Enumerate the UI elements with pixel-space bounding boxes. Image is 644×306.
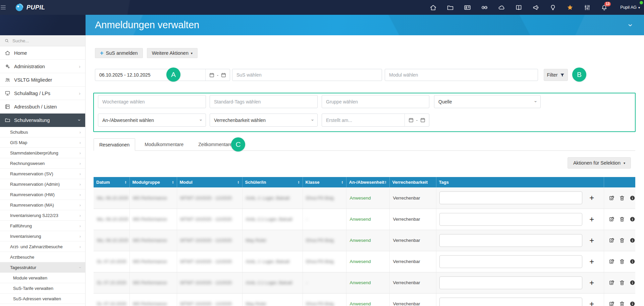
sidebar-subitem[interactable]: Schulbus› [0, 127, 85, 137]
sidebar-item-vsltg-mitglieder[interactable]: VSLTG Mitglieder [0, 73, 85, 87]
sidebar-subitem[interactable]: Raumreservation (SV)› [0, 169, 85, 179]
edit-icon[interactable] [609, 216, 615, 222]
table-row[interactable]: Di, 07.10.2025 MS Performance MTWT 10/20… [94, 293, 635, 306]
table-row[interactable]: Di, 07.10.2025 MS Performance MTWT 10/20… [94, 272, 635, 293]
table-row[interactable]: Mo, 06.10.2025 MS Performance MTWT 10/20… [94, 230, 635, 251]
search-input[interactable] [12, 38, 73, 43]
date-range-value[interactable] [95, 72, 205, 78]
info-icon[interactable] [629, 216, 635, 222]
column-header-modulgruppe[interactable]: ▲▼Modulgruppe [129, 177, 177, 187]
gruppe-input[interactable] [322, 95, 429, 108]
trash-icon[interactable] [619, 279, 625, 286]
wochentage-input[interactable] [98, 95, 206, 108]
tags-input[interactable] [439, 234, 582, 247]
sidebar-subitem[interactable]: Arztbesuche [0, 252, 85, 262]
calendar-icon[interactable] [209, 72, 215, 78]
pupil-logo[interactable]: PUPIL [15, 3, 45, 12]
cloud-icon[interactable] [498, 4, 505, 11]
column-header-klasse[interactable]: ▲▼Klasse [303, 177, 346, 187]
info-icon[interactable] [629, 237, 635, 244]
megaphone-icon[interactable] [532, 4, 539, 11]
edit-icon[interactable] [609, 258, 615, 265]
sidebar-subsubitem[interactable]: Module verwalten [0, 273, 85, 283]
calendar-icon[interactable] [420, 117, 426, 123]
sort-icon[interactable]: ▲▼ [341, 181, 343, 184]
folder-icon[interactable] [446, 4, 454, 11]
gruppe-field[interactable] [322, 99, 429, 104]
lightbulb-icon[interactable] [549, 4, 556, 11]
calendar-icon[interactable] [408, 117, 414, 123]
menu-icon[interactable] [1, 5, 6, 9]
table-row[interactable]: Mo, 06.10.2025 MS Performance MTWT 10/20… [94, 209, 635, 230]
account-menu[interactable]: Pupil AG ▾ [620, 5, 640, 10]
aktionen-selektion-button[interactable]: Aktionen für Selektion ▾ [568, 157, 631, 169]
sort-icon[interactable]: ▲▼ [237, 181, 239, 184]
column-header-modul[interactable]: ▲▼Modul [177, 177, 242, 187]
collapse-header-icon[interactable]: › [626, 24, 635, 27]
trash-icon[interactable] [619, 301, 625, 306]
standard-tags-field[interactable] [210, 99, 317, 104]
sidebar-search[interactable] [0, 35, 85, 46]
sort-icon[interactable]: ▲▼ [385, 181, 387, 184]
sidebar-subitem[interactable]: Raumreservation (HW)› [0, 189, 85, 200]
sidebar-subsubitem[interactable]: SuS-Tarife verwalten [0, 283, 85, 294]
home-icon[interactable] [429, 4, 437, 11]
verrechenbarkeit-select[interactable]: Verrechenbarkeit wählen › [210, 114, 318, 127]
tags-input[interactable] [439, 298, 582, 306]
edit-icon[interactable] [609, 237, 615, 244]
sidebar-item-adressbuch[interactable]: Adressbuch / Listen [0, 100, 85, 114]
sidebar-subitem[interactable]: Raumreservation (Admin)› [0, 179, 85, 189]
info-icon[interactable] [629, 258, 635, 265]
sidebar-subitem[interactable]: Inventarisierung SJ22/23› [0, 210, 85, 221]
sidebar-subitem[interactable]: Stammdatenüberprüfung› [0, 148, 85, 158]
sidebar-item-schulverwaltung[interactable]: Schulverwaltung › [0, 114, 85, 127]
quelle-select[interactable]: Quelle › [434, 95, 541, 108]
sidebar-subitem[interactable]: Arzt- und Zahnarztbesuche› [0, 242, 85, 252]
add-tag-button[interactable]: + [589, 193, 594, 202]
sus-input[interactable] [232, 72, 382, 78]
sliders-icon[interactable] [583, 4, 591, 11]
tags-input[interactable] [439, 255, 582, 268]
standard-tags-input[interactable] [210, 95, 318, 108]
weitere-aktionen-button[interactable]: Weitere Aktionen ▾ [147, 48, 198, 58]
edit-icon[interactable] [609, 301, 615, 306]
sus-anmelden-button[interactable]: + SuS anmelden [95, 48, 143, 58]
info-icon[interactable] [629, 195, 635, 201]
table-row[interactable]: Mo, 06.10.2025 MS Performance MTWT 10/20… [94, 187, 635, 209]
sidebar-subsubitem[interactable]: SuS-Adressen verwalten [0, 294, 85, 304]
star-icon[interactable] [566, 4, 574, 11]
info-icon[interactable] [629, 279, 635, 286]
sidebar-subitem[interactable]: GIS Map› [0, 137, 85, 148]
sidebar-subitem[interactable]: Inventarisierung› [0, 231, 85, 242]
add-tag-button[interactable]: + [589, 236, 594, 245]
sidebar-item-home[interactable]: Home [0, 46, 85, 60]
info-icon[interactable] [629, 301, 635, 306]
trash-icon[interactable] [619, 258, 625, 265]
add-tag-button[interactable]: + [589, 215, 594, 224]
trash-icon[interactable] [619, 237, 625, 244]
trash-icon[interactable] [619, 216, 625, 222]
sidebar-item-schulalltag[interactable]: Schulalltag / LPs › [0, 87, 85, 100]
tags-input[interactable] [439, 276, 582, 289]
sidebar-subitem[interactable]: Rechnungswesen› [0, 158, 85, 169]
modul-input[interactable] [385, 72, 538, 78]
sort-icon[interactable]: ▲▼ [125, 181, 127, 184]
edit-icon[interactable] [609, 195, 615, 201]
sidebar-item-administration[interactable]: Administration › [0, 60, 85, 73]
tags-input[interactable] [439, 213, 582, 226]
trash-icon[interactable] [619, 195, 625, 201]
table-row[interactable]: Di, 07.10.2025 MS Performance MTWT 10/20… [94, 251, 635, 272]
id-card-icon[interactable] [464, 4, 471, 11]
tab-reservationen[interactable]: Reservationen [94, 138, 135, 151]
filter-button[interactable]: Filter [544, 69, 568, 81]
column-header-datum[interactable]: ▲▼Datum [94, 177, 129, 187]
edit-icon[interactable] [609, 279, 615, 286]
column-header-schueler[interactable]: ▲▼Schüler/in [242, 177, 303, 187]
add-tag-button[interactable]: + [589, 278, 594, 287]
wochentage-field[interactable] [98, 99, 206, 104]
sidebar-subitem[interactable]: Tagesstruktur› [0, 262, 85, 273]
sort-icon[interactable]: ▲▼ [298, 181, 300, 184]
tags-input[interactable] [439, 191, 582, 204]
add-tag-button[interactable]: + [589, 299, 594, 306]
add-tag-button[interactable]: + [589, 257, 594, 266]
